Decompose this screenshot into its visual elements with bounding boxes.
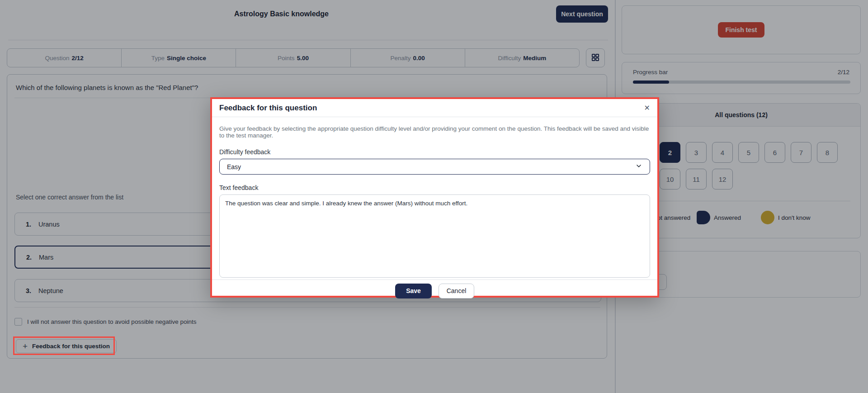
save-button[interactable]: Save (395, 284, 432, 298)
cancel-button[interactable]: Cancel (439, 284, 474, 298)
difficulty-select-value: Easy (227, 163, 241, 170)
chevron-down-icon (635, 162, 642, 171)
text-feedback-label: Text feedback (219, 184, 650, 191)
difficulty-select[interactable]: Easy (219, 159, 650, 175)
modal-body: Give your feedback by selecting the appr… (212, 117, 657, 279)
feedback-modal: Feedback for this question ✕ Give your f… (210, 97, 659, 298)
difficulty-feedback-label: Difficulty feedback (219, 148, 650, 156)
modal-header: Feedback for this question ✕ (212, 99, 657, 117)
close-icon[interactable]: ✕ (644, 104, 650, 112)
modal-description: Give your feedback by selecting the appr… (219, 125, 650, 139)
text-feedback-input[interactable]: The question was clear and simple. I alr… (219, 194, 650, 278)
modal-title: Feedback for this question (219, 104, 317, 113)
modal-footer: Save Cancel (212, 279, 657, 302)
